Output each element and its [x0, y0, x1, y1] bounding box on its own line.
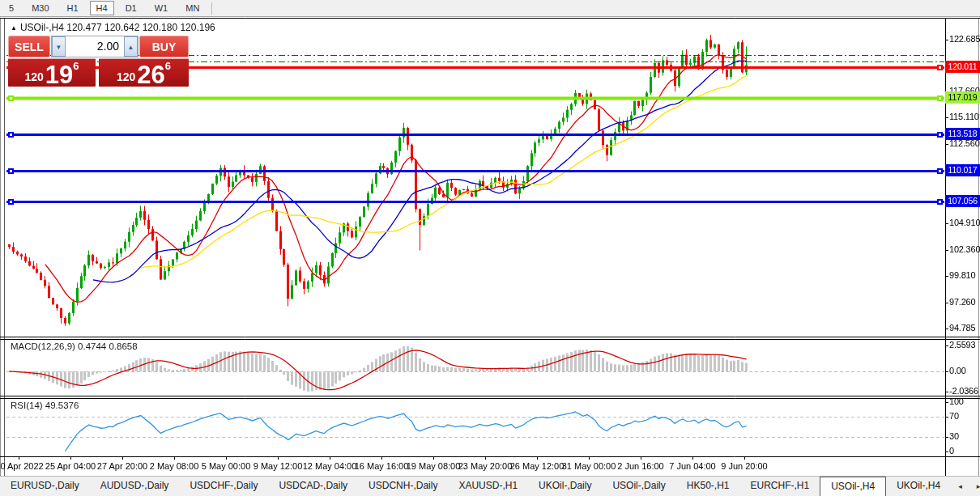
- volume-stepper: ▼ 2.00 ▲: [51, 36, 138, 57]
- chart-tab-usdcnh-daily[interactable]: USDCNH-,Daily: [358, 477, 448, 496]
- symbol-marker-icon: ▲: [11, 24, 17, 32]
- price-chart-canvas[interactable]: [0, 18, 980, 496]
- time-axis-label: 31 May 00:00: [562, 461, 616, 471]
- macd-indicator-label: MACD(12,26,9) 0.4744 0.8658: [11, 341, 138, 351]
- tab-scroll-nav: ◂▸: [951, 477, 980, 496]
- time-axis-label: 9 May 12:00: [254, 461, 303, 471]
- chart-tab-ukoil-h4[interactable]: UKOil-,H4: [886, 477, 951, 496]
- volume-field[interactable]: 2.00: [66, 36, 124, 57]
- macd-name: MACD(12,26,9): [11, 341, 75, 351]
- chart-tab-usdcad-daily[interactable]: USDCAD-,Daily: [268, 477, 358, 496]
- bid-big-figure: 120: [24, 70, 43, 83]
- ask-big-figure: 120: [117, 70, 135, 83]
- rsi-axis-label: 100: [949, 396, 964, 406]
- trade-row: SELL ▼ 2.00 ▲ BUY: [8, 36, 189, 58]
- chart-tab-bar: EURUSD-,DailyAUDUSD-,DailyUSDCHF-,DailyU…: [0, 476, 980, 496]
- macd-values: 0.4744 0.8658: [78, 341, 138, 351]
- sell-button[interactable]: SELL: [8, 36, 50, 57]
- tab-scroll-left-icon[interactable]: ◂: [951, 482, 969, 490]
- price-axis-tick-label: 122.685: [949, 34, 980, 44]
- volume-decrease-button[interactable]: ▼: [52, 36, 66, 57]
- chart-tab-xauusd-h1[interactable]: XAUUSD-,H1: [448, 477, 528, 496]
- price-level-tag: 120.011: [945, 61, 980, 73]
- price-axis-tick-label: 115.110: [949, 112, 979, 121]
- rsi-indicator-label: RSI(14) 49.5376: [11, 401, 79, 410]
- buy-button[interactable]: BUY: [139, 36, 189, 57]
- timeframe-button-h1[interactable]: H1: [61, 1, 85, 15]
- chart-tab-usoil-h4[interactable]: USOil-,H4: [820, 477, 886, 496]
- time-axis-label: 23 May 20:00: [458, 461, 513, 471]
- time-axis-label: 16 May 16:00: [355, 461, 409, 471]
- price-axis-tick-label: 94.785: [949, 323, 975, 333]
- chart-tab-eurchf-h1[interactable]: EURCHF-,H1: [739, 477, 820, 496]
- time-axis-label: 12 May 04:00: [303, 461, 357, 471]
- time-axis-label: 2 May 08:00: [150, 461, 199, 471]
- time-axis-label: 26 May 12:00: [510, 461, 565, 471]
- rsi-axis-label: 30: [949, 431, 959, 441]
- time-axis-label: 7 Jun 04:00: [669, 461, 716, 471]
- chart-tab-ukoil-daily[interactable]: UKOil-,Daily: [528, 477, 602, 496]
- chart-title-text: USOil-,H4 120.477 120.642 120.180 120.19…: [20, 22, 215, 33]
- macd-axis-label: 0.00: [949, 366, 966, 375]
- rsi-axis-label: 0: [949, 446, 954, 456]
- bid-price-display[interactable]: 120 19 6: [8, 58, 96, 87]
- chart-window: ▲USOil-,H4 120.477 120.642 120.180 120.1…: [0, 18, 980, 496]
- toolbar-separator: [211, 2, 212, 15]
- price-axis-tick-label: 97.260: [949, 297, 975, 307]
- time-axis-label: 25 Apr 04:00: [45, 461, 96, 471]
- trading-app: 5M30H1H4D1W1MN ▲USOil-,H4 120.477 120.64…: [0, 0, 980, 496]
- timeframe-button-5[interactable]: 5: [2, 1, 20, 15]
- timeframe-toolbar: 5M30H1H4D1W1MN: [0, 0, 980, 17]
- ask-pipette: 6: [165, 60, 171, 72]
- chart-tab-audusd-daily[interactable]: AUDUSD-,Daily: [90, 477, 180, 496]
- rsi-value: 49.5376: [45, 401, 79, 410]
- time-axis-label: 27 Apr 20:00: [97, 461, 147, 471]
- price-axis-tick-label: 104.910: [949, 218, 980, 227]
- price-level-tag: 107.056: [945, 195, 980, 207]
- chart-tab-hk50-h1[interactable]: HK50-,H1: [676, 477, 740, 496]
- chart-tab-eurusd-daily[interactable]: EURUSD-,Daily: [0, 477, 90, 496]
- tab-scroll-right-icon[interactable]: ▸: [969, 482, 980, 490]
- rsi-axis-label: 70: [949, 411, 959, 421]
- timeframe-button-h4[interactable]: H4: [90, 1, 114, 15]
- chart-tab-usoil-daily[interactable]: USOil-,Daily: [602, 477, 675, 496]
- macd-axis-label: 2.5593: [949, 340, 975, 350]
- ask-pips: 26: [137, 65, 164, 85]
- time-axis-label: 20 Apr 2022: [0, 461, 44, 471]
- time-axis-label: 2 Jun 16:00: [617, 461, 664, 471]
- macd-axis-label: -2.0366: [949, 386, 978, 396]
- timeframe-button-d1[interactable]: D1: [119, 1, 143, 15]
- one-click-trade-widget: SELL ▼ 2.00 ▲ BUY 120 19 6 120 26 6: [8, 36, 189, 87]
- price-axis-tick-label: 112.560: [949, 138, 980, 148]
- time-axis-label: 9 Jun 20:00: [721, 461, 768, 471]
- price-level-tag: 113.518: [945, 128, 980, 140]
- price-level-tag: 110.017: [945, 164, 980, 176]
- bid-pips: 19: [45, 65, 73, 85]
- timeframe-button-m30[interactable]: M30: [25, 1, 55, 15]
- time-axis-label: 5 May 00:00: [202, 461, 251, 471]
- price-axis-tick-label: 99.810: [949, 270, 975, 280]
- volume-increase-button[interactable]: ▲: [124, 36, 138, 57]
- chart-tab-usdchf-daily[interactable]: USDCHF-,Daily: [179, 477, 268, 496]
- chart-title: ▲USOil-,H4 120.477 120.642 120.180 120.1…: [11, 22, 215, 33]
- timeframe-button-mn[interactable]: MN: [179, 1, 206, 15]
- price-level-tag: 117.019: [945, 91, 980, 104]
- rsi-name: RSI(14): [11, 401, 43, 410]
- timeframe-button-w1[interactable]: W1: [148, 1, 175, 15]
- ask-price-display[interactable]: 120 26 6: [99, 58, 189, 87]
- time-axis-label: 19 May 08:00: [407, 461, 461, 471]
- price-axis-tick-label: 102.360: [949, 244, 980, 254]
- bid-pipette: 6: [73, 60, 79, 72]
